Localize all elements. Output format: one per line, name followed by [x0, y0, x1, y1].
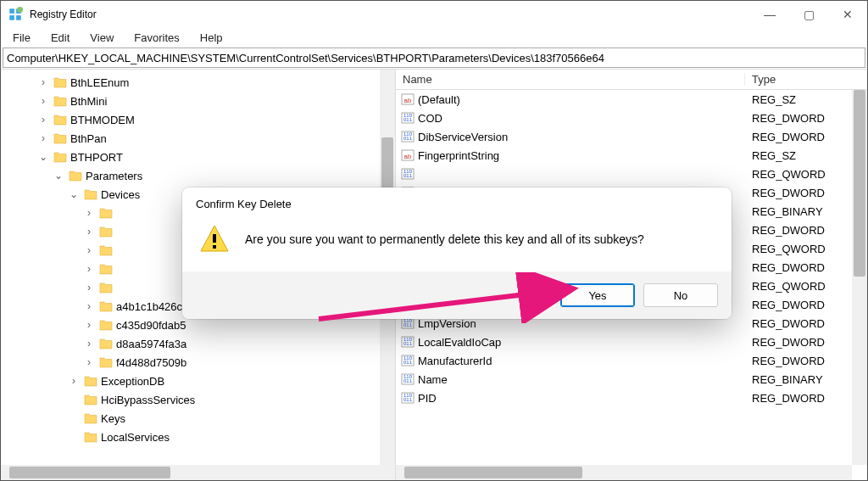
value-type: REG_QWORD	[745, 168, 826, 181]
value-type: REG_DWORD	[745, 317, 825, 330]
expand-icon[interactable]: ›	[82, 337, 96, 350]
expand-icon[interactable]: ›	[82, 318, 96, 332]
list-item[interactable]: 011110REG_QWORD	[396, 165, 867, 183]
menu-help[interactable]: Help	[197, 30, 226, 46]
expand-icon[interactable]	[67, 411, 81, 425]
tree-item[interactable]: HciBypassServices	[1, 390, 395, 409]
menu-file[interactable]: File	[9, 30, 34, 46]
tree-item[interactable]: ›BthPan	[1, 129, 395, 148]
dialog-message: Are you sure you want to permanently del…	[245, 232, 644, 246]
svg-text:011110: 011110	[403, 318, 413, 327]
tree-item[interactable]: ›BTHMODEM	[1, 110, 395, 129]
list-item[interactable]: abFingerprintStringREG_SZ	[396, 146, 867, 165]
value-type: REG_DWORD	[745, 392, 825, 405]
svg-point-4	[17, 7, 23, 13]
list-item[interactable]: 011110LocalEvaldIoCapREG_DWORD	[396, 333, 867, 351]
expand-icon[interactable]: ⌄	[52, 169, 65, 182]
column-type[interactable]: Type	[745, 73, 867, 86]
list-item[interactable]: 011110NameREG_BINARY	[396, 370, 867, 389]
tree-item[interactable]: ⌄BTHPORT	[1, 148, 395, 166]
expand-icon[interactable]: ›	[36, 94, 50, 108]
value-name: COD	[418, 112, 442, 125]
list-item[interactable]: 011110DibServiceVersionREG_DWORD	[396, 127, 867, 146]
expand-icon[interactable]: ⌄	[67, 187, 81, 201]
window-controls: — ▢ ✕	[750, 1, 867, 28]
tree-label: HciBypassServices	[101, 394, 195, 406]
list-item[interactable]: 011110ManufacturerIdREG_DWORD	[396, 351, 867, 370]
column-name[interactable]: Name	[396, 73, 745, 86]
tree-label: BthLEEnum	[70, 76, 129, 89]
tree-item[interactable]: ›ExceptionDB	[1, 372, 395, 390]
app-icon	[8, 7, 23, 22]
no-button[interactable]: No	[643, 283, 718, 307]
dialog-body: Are you sure you want to permanently del…	[182, 210, 732, 271]
expand-icon[interactable]: ›	[82, 225, 96, 238]
value-type: REG_DWORD	[745, 261, 825, 274]
value-name: FingerprintString	[418, 149, 499, 162]
confirm-delete-dialog: Confirm Key Delete Are you sure you want…	[182, 187, 732, 319]
tree-item[interactable]: ›f4d488d7509b	[1, 353, 395, 372]
menu-favorites[interactable]: Favorites	[131, 30, 182, 46]
tree-label: c435d90fdab5	[116, 319, 186, 332]
expand-icon[interactable]: ›	[82, 243, 96, 257]
svg-rect-0	[9, 8, 14, 14]
maximize-button[interactable]: ▢	[789, 1, 828, 28]
value-type: REG_DWORD	[745, 299, 825, 311]
tree-item[interactable]: ⌄Parameters	[1, 166, 395, 185]
warning-icon	[199, 224, 230, 254]
svg-text:ab: ab	[404, 153, 412, 160]
tree-hscrollbar[interactable]	[1, 465, 395, 480]
value-type: REG_SZ	[745, 93, 796, 106]
tree-hscroll-thumb[interactable]	[9, 467, 170, 478]
list-item[interactable]: 011110PIDREG_DWORD	[396, 389, 867, 407]
expand-icon[interactable]: ›	[82, 299, 96, 313]
tree-label: Keys	[101, 412, 125, 425]
value-name: DibServiceVersion	[418, 131, 508, 143]
expand-icon[interactable]: ›	[82, 355, 96, 369]
svg-text:011110: 011110	[403, 113, 413, 122]
tree-label: d8aa5974fa3a	[116, 338, 186, 350]
value-type: REG_BINARY	[745, 205, 823, 218]
expand-icon[interactable]	[67, 393, 81, 406]
expand-icon[interactable]: ›	[82, 206, 96, 220]
list-item[interactable]: ab(Default)REG_SZ	[396, 90, 867, 109]
expand-icon[interactable]: ›	[36, 113, 50, 126]
minimize-button[interactable]: —	[750, 1, 789, 28]
list-vscroll-thumb[interactable]	[854, 90, 865, 277]
menu-edit[interactable]: Edit	[47, 30, 73, 46]
menu-view[interactable]: View	[86, 30, 117, 46]
list-hscrollbar[interactable]	[396, 465, 852, 480]
yes-button[interactable]: Yes	[560, 283, 635, 307]
tree-label: Devices	[101, 188, 140, 201]
list-vscrollbar[interactable]	[852, 90, 867, 465]
tree-item[interactable]: ›BthLEEnum	[1, 73, 395, 92]
tree-vscroll-thumb[interactable]	[381, 137, 393, 188]
expand-icon[interactable]	[67, 430, 81, 444]
tree-item[interactable]: Keys	[1, 409, 395, 428]
value-type: REG_DWORD	[745, 131, 825, 143]
svg-text:011110: 011110	[403, 393, 413, 402]
expand-icon[interactable]: ›	[67, 374, 81, 388]
tree-item[interactable]: LocalServices	[1, 428, 395, 446]
tree-item[interactable]: ›BthMini	[1, 92, 395, 110]
value-name: LocalEvaldIoCap	[418, 336, 501, 349]
expand-icon[interactable]: ›	[82, 281, 96, 294]
svg-text:011110: 011110	[403, 131, 413, 141]
list-item[interactable]: 011110CODREG_DWORD	[396, 109, 867, 127]
value-type: REG_DWORD	[745, 336, 825, 349]
list-hscroll-thumb[interactable]	[404, 467, 582, 478]
expand-icon[interactable]: ›	[36, 76, 50, 89]
tree-label: Parameters	[86, 170, 142, 182]
svg-text:011110: 011110	[403, 169, 413, 178]
address-bar[interactable]: Computer\HKEY_LOCAL_MACHINE\SYSTEM\Curre…	[3, 48, 865, 68]
svg-rect-40	[213, 245, 216, 249]
expand-icon[interactable]: ›	[82, 262, 96, 276]
value-type: REG_SZ	[745, 149, 796, 162]
value-type: REG_QWORD	[745, 243, 826, 255]
value-type: REG_DWORD	[745, 187, 825, 199]
expand-icon[interactable]: ⌄	[36, 150, 50, 164]
address-text: Computer\HKEY_LOCAL_MACHINE\SYSTEM\Curre…	[7, 52, 604, 64]
tree-item[interactable]: ›d8aa5974fa3a	[1, 334, 395, 353]
close-button[interactable]: ✕	[828, 1, 867, 28]
expand-icon[interactable]: ›	[36, 131, 50, 145]
